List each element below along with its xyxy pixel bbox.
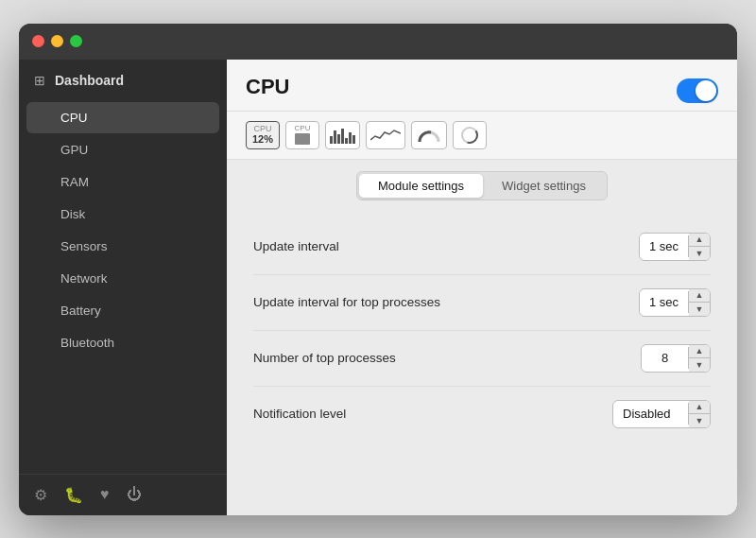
heart-icon[interactable]: ♥ [100,486,110,503]
update-interval-top-label: Update interval for top processes [253,295,440,309]
update-interval-label: Update interval [253,239,339,253]
sidebar: ⊞ Dashboard CPU GPU RAM Disk Sensors [19,60,227,515]
sidebar-item-sensors[interactable]: Sensors [26,231,219,262]
update-interval-top-down[interactable]: ▼ [689,303,710,316]
widget-preview-mini[interactable]: CPU [285,121,319,149]
notification-level-up[interactable]: ▲ [689,401,710,414]
num-top-processes-stepper[interactable]: 8 ▲ ▼ [641,344,711,373]
page-title: CPU [246,75,289,111]
update-interval-value: 1 sec [640,235,689,257]
num-top-processes-up[interactable]: ▲ [689,345,710,358]
num-top-processes-down[interactable]: ▼ [689,358,710,372]
traffic-lights [32,35,82,47]
module-toggle[interactable] [677,78,718,103]
sidebar-item-cpu[interactable]: CPU [26,102,219,133]
notification-level-label: Notification level [253,407,346,421]
update-interval-down[interactable]: ▼ [689,247,710,260]
setting-update-interval-top: Update interval for top processes 1 sec … [253,275,711,331]
num-top-processes-label: Number of top processes [253,351,396,365]
widget-preview-line[interactable] [366,121,405,149]
sidebar-item-network[interactable]: Network [26,263,219,294]
widget-preview-pie[interactable] [453,121,487,149]
notification-level-down[interactable]: ▼ [689,414,710,427]
setting-update-interval: Update interval 1 sec ▲ ▼ [253,219,711,275]
sidebar-nav: CPU GPU RAM Disk Sensors Network [19,97,227,474]
sidebar-header: ⊞ Dashboard [19,60,227,97]
tab-widget-settings[interactable]: Widget settings [483,174,605,198]
close-button[interactable] [32,35,44,47]
content-header: CPU [227,60,737,112]
setting-num-top-processes: Number of top processes 8 ▲ ▼ [253,331,711,387]
update-interval-top-stepper[interactable]: 1 sec ▲ ▼ [639,288,711,317]
sidebar-item-ram[interactable]: RAM [26,166,219,198]
titlebar [19,24,737,60]
power-icon[interactable]: ⏻ [127,486,142,503]
settings-panel: Update interval 1 sec ▲ ▼ Update inter [227,200,737,515]
widget-preview-bar[interactable] [325,121,360,149]
gear-icon[interactable]: ⚙ [34,486,47,504]
sidebar-item-gpu[interactable]: GPU [26,134,219,165]
tab-module-settings[interactable]: Module settings [359,174,483,198]
sidebar-title: Dashboard [55,73,124,88]
widget-previews: CPU 12% CPU [227,112,737,160]
notification-level-control: Disabled ▲ ▼ [612,400,711,428]
sidebar-footer: ⚙ 🐛 ♥ ⏻ [19,474,227,515]
pie-svg [460,126,479,145]
sidebar-item-bluetooth[interactable]: Bluetooth [26,327,219,358]
setting-notification-level: Notification level Disabled ▲ ▼ [253,387,711,442]
settings-tabs: Module settings Widget settings [227,160,737,200]
content-panel: CPU CPU 12% CPU [227,60,737,515]
grid-icon: ⊞ [34,73,45,88]
maximize-button[interactable] [70,35,82,47]
update-interval-top-up[interactable]: ▲ [689,289,710,303]
app-window: ⊞ Dashboard CPU GPU RAM Disk Sensors [19,24,737,515]
tab-container: Module settings Widget settings [356,171,608,200]
half-ring-svg [416,127,442,144]
update-interval-stepper[interactable]: 1 sec ▲ ▼ [639,233,711,261]
notification-level-value: Disabled [613,403,689,425]
update-interval-control: 1 sec ▲ ▼ [639,233,711,261]
line-chart-svg [370,127,401,144]
bug-icon[interactable]: 🐛 [64,486,83,504]
update-interval-top-value: 1 sec [640,291,689,313]
sidebar-item-battery[interactable]: Battery [26,295,219,326]
num-top-processes-control: 8 ▲ ▼ [641,344,711,373]
main-layout: ⊞ Dashboard CPU GPU RAM Disk Sensors [19,60,737,515]
num-top-processes-value: 8 [642,347,689,369]
sidebar-item-disk[interactable]: Disk [26,199,219,230]
update-interval-up[interactable]: ▲ [689,234,710,247]
widget-preview-half[interactable] [411,121,447,149]
minimize-button[interactable] [51,35,63,47]
notification-level-dropdown[interactable]: Disabled ▲ ▼ [612,400,711,428]
update-interval-top-control: 1 sec ▲ ▼ [639,288,711,317]
widget-preview-percent[interactable]: CPU 12% [246,121,280,149]
